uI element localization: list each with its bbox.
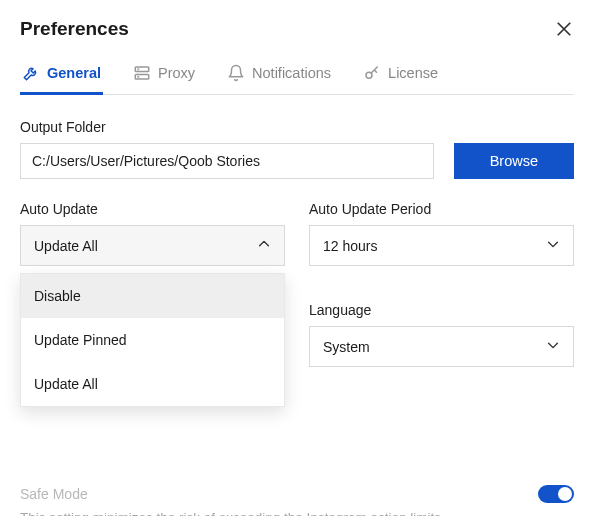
window-title: Preferences: [20, 18, 129, 40]
tab-label: Proxy: [158, 65, 195, 81]
auto-update-select[interactable]: Update All: [20, 225, 285, 266]
output-folder-label: Output Folder: [20, 119, 574, 135]
tab-license[interactable]: License: [361, 58, 440, 95]
svg-point-3: [138, 76, 139, 77]
tab-label: License: [388, 65, 438, 81]
chevron-down-icon: [546, 237, 560, 254]
browse-button[interactable]: Browse: [454, 143, 574, 179]
auto-update-value: Update All: [34, 238, 98, 254]
auto-update-label: Auto Update: [20, 201, 285, 217]
tabs: General Proxy Notifications License: [20, 58, 574, 95]
language-value: System: [323, 339, 370, 355]
titlebar: Preferences: [20, 18, 574, 40]
close-icon: [554, 19, 574, 39]
wrench-icon: [22, 64, 40, 82]
tab-label: Notifications: [252, 65, 331, 81]
tab-proxy[interactable]: Proxy: [131, 58, 197, 95]
safe-mode-description: This setting minimizes the risk of excee…: [20, 509, 450, 516]
key-icon: [363, 64, 381, 82]
language-select[interactable]: System: [309, 326, 574, 367]
tab-label: General: [47, 65, 101, 81]
tab-notifications[interactable]: Notifications: [225, 58, 333, 95]
auto-update-dropdown: Disable Update Pinned Update All: [20, 273, 285, 407]
tab-general[interactable]: General: [20, 58, 103, 95]
chevron-up-icon: [257, 237, 271, 254]
server-icon: [133, 64, 151, 82]
auto-update-period-label: Auto Update Period: [309, 201, 574, 217]
output-folder-input[interactable]: [20, 143, 434, 179]
dropdown-option[interactable]: Update Pinned: [21, 318, 284, 362]
svg-point-2: [138, 69, 139, 70]
chevron-down-icon: [546, 338, 560, 355]
dropdown-option[interactable]: Disable: [21, 274, 284, 318]
dropdown-option[interactable]: Update All: [21, 362, 284, 406]
language-label: Language: [309, 302, 574, 318]
safe-mode-toggle[interactable]: [538, 485, 574, 503]
safe-mode-label: Safe Mode: [20, 486, 88, 502]
auto-update-period-value: 12 hours: [323, 238, 377, 254]
bell-icon: [227, 64, 245, 82]
close-button[interactable]: [554, 19, 574, 39]
auto-update-period-select[interactable]: 12 hours: [309, 225, 574, 266]
